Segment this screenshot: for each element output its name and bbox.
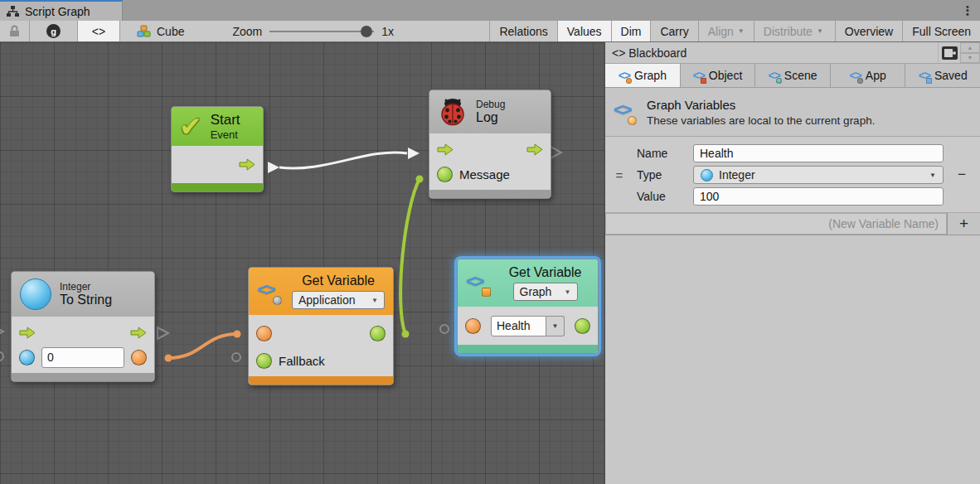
- node-subtitle: Event: [211, 128, 255, 141]
- object-tab-icon: <>: [692, 69, 704, 82]
- variable-type-dropdown[interactable]: Integer ▼: [693, 166, 944, 184]
- tab-script-graph[interactable]: Script Graph: [0, 0, 123, 21]
- value-input-port-name[interactable]: [256, 326, 272, 341]
- value-output-port[interactable]: [575, 318, 590, 334]
- wire-log-arrow: [408, 148, 420, 159]
- value-output-port-string[interactable]: [131, 350, 147, 365]
- carry-button[interactable]: Carry: [650, 21, 697, 41]
- empty-value-connector[interactable]: [232, 353, 240, 361]
- zoom-control: Zoom 1x: [232, 21, 394, 41]
- get-variable-icon: <>: [466, 271, 492, 296]
- dropdown-arrow-icon: ▼: [929, 172, 936, 179]
- empty-value-connector[interactable]: [0, 352, 3, 361]
- target-object[interactable]: Cube: [137, 21, 184, 41]
- variable-value-row: Value: [605, 187, 980, 206]
- variable-list: Name = Type Integer ▼ − Value: [605, 137, 980, 213]
- lock-button[interactable]: [0, 21, 30, 41]
- value-output-port[interactable]: [370, 326, 386, 341]
- flow-output-port[interactable]: [526, 143, 543, 156]
- value-label: Value: [633, 190, 693, 203]
- tab-graph[interactable]: <> Graph: [605, 64, 681, 87]
- empty-flow-connector[interactable]: [0, 326, 3, 337]
- empty-flow-connector[interactable]: [158, 327, 168, 339]
- empty-value-connector[interactable]: [440, 325, 449, 333]
- cube-icon: [137, 25, 151, 38]
- remove-variable-button[interactable]: −: [944, 167, 980, 183]
- relations-button[interactable]: Relations: [489, 21, 556, 41]
- node-get-variable-application[interactable]: <> Get Variable Application ▼: [248, 267, 394, 385]
- variable-name-row: Name: [605, 144, 980, 162]
- blackboard-panel: <> Blackboard ▲ ▼ <> Graph <> Object <> …: [604, 42, 980, 484]
- empty-flow-connector[interactable]: [551, 147, 561, 158]
- panel-spinners: ▲ ▼: [960, 42, 980, 63]
- integer-type-icon: [20, 278, 51, 310]
- value-input-port-name[interactable]: [465, 318, 481, 334]
- new-variable-input[interactable]: [605, 213, 947, 235]
- tab-app[interactable]: <> App: [831, 64, 906, 87]
- dock-button[interactable]: [939, 42, 960, 63]
- variable-name-dropdown[interactable]: Health ▼: [491, 316, 565, 336]
- value-input-port-fallback[interactable]: [256, 353, 272, 369]
- section-subtitle: These variables are local to the current…: [647, 114, 875, 127]
- zoom-slider-track[interactable]: [269, 31, 374, 32]
- blackboard-tabs: <> Graph <> Object <> Scene <> App <> Sa…: [605, 64, 980, 88]
- spinner-up-button[interactable]: ▲: [960, 42, 980, 53]
- variable-scope-dropdown[interactable]: Application ▼: [292, 291, 385, 309]
- wire-tostring-to-getvar: [168, 334, 237, 358]
- port-label: Fallback: [279, 354, 325, 368]
- graph-toolbar: g <> Cube Zoom 1x Relations Values Dim C…: [0, 21, 980, 42]
- gear-badge-icon: [273, 296, 282, 305]
- dropdown-arrow-icon: ▼: [371, 297, 378, 304]
- inline-value-input[interactable]: 0: [41, 347, 124, 368]
- graph-canvas[interactable]: ✔ Start Event: [0, 42, 604, 484]
- dropdown-arrow-icon: ▼: [817, 27, 823, 35]
- checkmark-icon: ✔: [179, 113, 202, 140]
- script-graph-icon: [7, 6, 19, 17]
- kebab-menu-icon[interactable]: ⋮: [955, 0, 980, 21]
- new-variable-row: +: [605, 213, 980, 235]
- variable-value-input[interactable]: [693, 187, 944, 206]
- graph-variables-icon: <>: [614, 99, 638, 124]
- flow-output-port[interactable]: [239, 158, 255, 171]
- overview-button[interactable]: Overview: [835, 21, 902, 41]
- variable-type-row: = Type Integer ▼ −: [605, 166, 980, 184]
- variable-scope-dropdown[interactable]: Graph ▼: [513, 283, 578, 301]
- zoom-slider-knob[interactable]: [361, 26, 372, 37]
- node-start-event[interactable]: ✔ Start Event: [171, 106, 264, 192]
- values-button[interactable]: Values: [557, 21, 611, 41]
- node-title: Log: [476, 110, 542, 125]
- flow-output-port[interactable]: [130, 327, 147, 339]
- align-button[interactable]: Align▼: [698, 21, 754, 41]
- variable-name-input[interactable]: [693, 144, 944, 162]
- flow-input-port[interactable]: [437, 143, 454, 156]
- tab-scene[interactable]: <> Scene: [755, 64, 831, 87]
- tab-saved[interactable]: <> Saved: [905, 64, 980, 87]
- ladybug-icon: [438, 97, 468, 127]
- fullscreen-button[interactable]: Full Screen: [902, 21, 980, 41]
- type-label: Type: [633, 168, 693, 182]
- code-view-toggle[interactable]: <>: [78, 21, 120, 41]
- cube-badge-icon: [482, 288, 491, 297]
- script-graph-window: Script Graph ⋮ g <> Cube Zoom 1x Relatio…: [0, 0, 980, 484]
- wire-start-to-log: [279, 152, 407, 168]
- node-integer-to-string[interactable]: Integer To String 0: [11, 271, 155, 382]
- sphere-badge-icon: [628, 116, 637, 125]
- dropdown-arrow-icon[interactable]: ▼: [546, 316, 565, 336]
- zoom-slider[interactable]: [269, 21, 374, 42]
- graph-inspector-button[interactable]: g: [30, 21, 78, 41]
- flow-input-port[interactable]: [19, 327, 36, 339]
- tab-object[interactable]: <> Object: [681, 64, 756, 87]
- spinner-down-button[interactable]: ▼: [960, 53, 980, 64]
- node-get-variable-graph[interactable]: <> Get Variable Graph ▼ Health ▼: [457, 259, 599, 354]
- blackboard-header: <> Blackboard ▲ ▼: [605, 42, 980, 64]
- integer-type-icon: [701, 169, 713, 182]
- dim-button[interactable]: Dim: [611, 21, 651, 41]
- app-tab-icon: <>: [849, 69, 861, 82]
- drag-handle[interactable]: =: [605, 168, 633, 182]
- node-debug-log[interactable]: Debug Log Message: [429, 90, 551, 199]
- distribute-button[interactable]: Distribute▼: [754, 21, 832, 41]
- value-input-port-message[interactable]: [437, 167, 453, 182]
- value-input-port-integer[interactable]: [19, 350, 35, 365]
- wire-cap: [402, 331, 410, 338]
- add-variable-button[interactable]: +: [947, 213, 980, 235]
